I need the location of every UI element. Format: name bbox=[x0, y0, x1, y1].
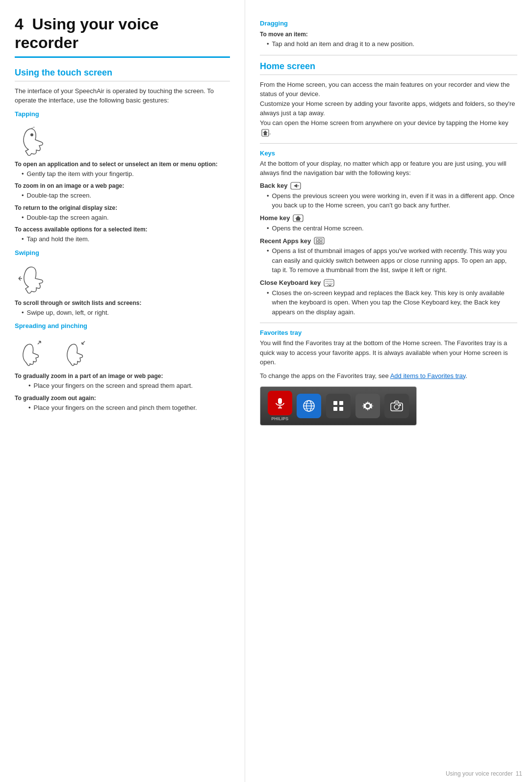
divider-3 bbox=[260, 323, 517, 323]
tapping-bullet1: Gently tap the item with your fingertip. bbox=[22, 169, 230, 179]
close-keyboard-section: Close Keyboard key Closes the on-screen … bbox=[260, 279, 517, 317]
svg-rect-18 bbox=[333, 401, 337, 405]
tray-gear-icon bbox=[355, 394, 380, 418]
chapter-header: 4 Using your voicerecorder bbox=[15, 15, 230, 58]
svg-rect-20 bbox=[333, 407, 337, 411]
footer-text: Using your voice recorder bbox=[446, 770, 513, 777]
home-key-icon bbox=[293, 214, 304, 222]
swiping-gesture bbox=[15, 261, 230, 296]
divider-2 bbox=[260, 143, 517, 144]
tray-philips-logo: PHILIPS bbox=[271, 416, 288, 421]
left-column: 4 Using your voicerecorder Using the tou… bbox=[0, 0, 245, 782]
svg-rect-6 bbox=[320, 239, 322, 241]
close-keyboard-title: Close Keyboard key bbox=[260, 279, 517, 287]
spreading-bullet1: Place your fingers on the screen and spr… bbox=[28, 381, 230, 391]
svg-rect-7 bbox=[316, 242, 319, 243]
tapping-gesture bbox=[15, 123, 230, 157]
page-container: 4 Using your voicerecorder Using the tou… bbox=[0, 0, 532, 782]
spread-gesture-icon bbox=[15, 334, 49, 369]
home-key-title: Home key bbox=[260, 214, 517, 222]
spreading-gesture bbox=[15, 334, 230, 369]
home-intro: From the Home screen, you can access the… bbox=[260, 80, 517, 137]
svg-point-0 bbox=[30, 133, 33, 136]
footer-page-number: 11 bbox=[516, 770, 522, 777]
swiping-label: Swiping bbox=[15, 249, 230, 256]
section-touch-screen: Using the touch screen bbox=[15, 68, 230, 81]
recent-apps-icon bbox=[314, 237, 325, 245]
tapping-bullet4: Tap and hold the item. bbox=[22, 234, 230, 244]
tap-gesture-icon bbox=[15, 123, 49, 157]
home-key-desc: Opens the central Home screen. bbox=[267, 224, 517, 233]
tray-mic-icon bbox=[268, 391, 292, 415]
svg-rect-4 bbox=[314, 237, 324, 244]
favorites-tray-link[interactable]: Add items to Favorites tray bbox=[390, 372, 466, 379]
dragging-bullet1: Tap and hold an item and drag it to a ne… bbox=[267, 39, 517, 49]
chapter-number: 4 bbox=[15, 15, 24, 33]
favorites-tray-image: PHILIPS bbox=[260, 386, 417, 426]
home-key-inline-icon bbox=[261, 129, 269, 137]
swiping-desc1: To scroll through or switch lists and sc… bbox=[15, 300, 230, 306]
svg-point-25 bbox=[394, 404, 399, 409]
divider-1 bbox=[260, 55, 517, 55]
back-key-desc: Opens the previous screen you were worki… bbox=[267, 191, 517, 210]
tapping-bullet3: Double-tap the screen again. bbox=[22, 213, 230, 223]
tapping-desc2: To zoom in on an image or a web page: bbox=[15, 182, 230, 189]
svg-rect-10 bbox=[278, 398, 282, 404]
right-column: Dragging To move an item: Tap and hold a… bbox=[245, 0, 532, 782]
keys-intro: At the bottom of your display, no matter… bbox=[260, 159, 517, 178]
tapping-label: Tapping bbox=[15, 110, 230, 118]
svg-rect-8 bbox=[320, 242, 322, 243]
spreading-desc2: To gradually zoom out again: bbox=[15, 395, 230, 402]
spreading-label: Spreading and pinching bbox=[15, 322, 230, 329]
svg-rect-21 bbox=[339, 407, 343, 411]
tray-camera-icon bbox=[384, 394, 409, 418]
chapter-title-text: Using your voicerecorder bbox=[15, 15, 158, 51]
close-keyboard-desc: Closes the on-screen keypad and replaces… bbox=[267, 288, 517, 317]
tray-globe-icon bbox=[297, 394, 321, 418]
back-key-icon bbox=[290, 182, 301, 190]
page-footer: Using your voice recorder 11 bbox=[446, 770, 522, 777]
home-key-section: Home key Opens the central Home screen. bbox=[260, 214, 517, 233]
chapter-underline bbox=[15, 56, 230, 58]
back-key-section: Back key Opens the previous screen you w… bbox=[260, 182, 517, 210]
svg-rect-5 bbox=[316, 239, 319, 241]
svg-rect-19 bbox=[339, 401, 343, 405]
close-keyboard-icon bbox=[324, 279, 334, 287]
recent-apps-section: Recent Apps key Opens a list of thumbnai… bbox=[260, 237, 517, 275]
chapter-title: 4 Using your voicerecorder bbox=[15, 15, 230, 52]
tapping-bullet2: Double-tap the screen. bbox=[22, 191, 230, 201]
favorites-tray-intro: You will find the Favorites tray at the … bbox=[260, 338, 517, 367]
recent-apps-title: Recent Apps key bbox=[260, 237, 517, 245]
keys-label: Keys bbox=[260, 150, 517, 157]
favorites-tray-label: Favorites tray bbox=[260, 329, 517, 336]
tapping-desc3: To return to the original display size: bbox=[15, 204, 230, 211]
dragging-label: Dragging bbox=[260, 20, 517, 27]
tapping-desc1: To open an application and to select or … bbox=[15, 161, 230, 168]
svg-point-23 bbox=[366, 404, 370, 408]
swipe-gesture-icon bbox=[15, 261, 49, 296]
pinch-gesture-icon bbox=[59, 334, 93, 369]
svg-point-26 bbox=[399, 404, 401, 406]
recent-apps-desc: Opens a list of thumbnail images of apps… bbox=[267, 246, 517, 275]
favorites-tray-link-text: To change the apps on the Favorites tray… bbox=[260, 371, 517, 381]
back-key-title: Back key bbox=[260, 182, 517, 190]
swiping-bullet1: Swipe up, down, left, or right. bbox=[22, 308, 230, 318]
tray-grid-icon bbox=[326, 394, 351, 418]
tapping-desc4: To access available options for a select… bbox=[15, 226, 230, 233]
touch-screen-intro: The interface of your SpeechAir is opera… bbox=[15, 86, 230, 105]
dragging-desc: To move an item: bbox=[260, 31, 517, 38]
home-section-title: Home screen bbox=[260, 61, 517, 75]
spreading-desc1: To gradually zoom in a part of an image … bbox=[15, 373, 230, 379]
spreading-bullet2: Place your fingers on the screen and pin… bbox=[28, 403, 230, 413]
